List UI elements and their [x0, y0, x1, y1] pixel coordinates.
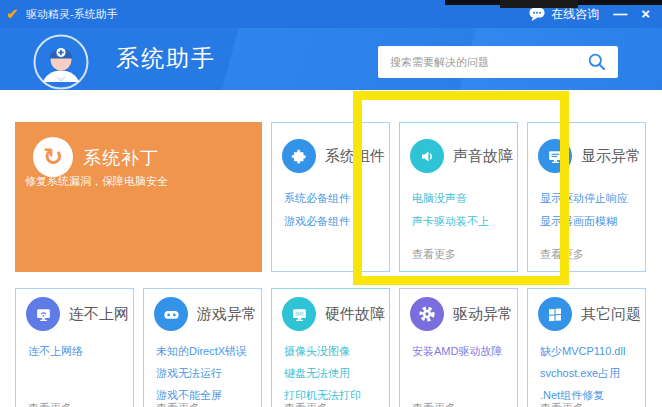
view-more-link[interactable]: 查看更多: [412, 247, 456, 262]
view-more-link[interactable]: 查看更多: [412, 401, 456, 407]
search-box[interactable]: [378, 46, 618, 78]
app-logo-icon: ✔: [6, 5, 19, 23]
card-title: 硬件故障: [325, 305, 385, 324]
gear-icon: [410, 297, 444, 331]
header: 系统助手: [0, 28, 662, 90]
card-display-abnormal[interactable]: 显示异常 显示驱动停止响应 显示器画面模糊 查看更多: [527, 122, 646, 272]
titlebar: ✔ 驱动精灵-系统助手 在线咨询 — ×: [0, 0, 662, 28]
search-icon[interactable]: [587, 52, 607, 72]
card-system-patch[interactable]: ↻ 系统补丁 修复系统漏洞，保障电脑安全: [15, 122, 262, 272]
issue-link[interactable]: svchost.exe占用: [540, 362, 645, 384]
card-other-problems[interactable]: 其它问题 缺少MVCP110.dll svchost.exe占用 .Net组件修…: [527, 288, 646, 407]
card-no-network[interactable]: 连不上网 连不上网络 查看更多: [15, 288, 134, 407]
card-system-components[interactable]: 系统组件 系统必备组件 游戏必备组件: [271, 122, 390, 272]
card-title: 系统补丁: [83, 146, 159, 170]
network-monitor-icon: [26, 297, 60, 331]
online-service-label: 在线咨询: [551, 6, 599, 23]
monitor-icon: [538, 139, 572, 173]
windows-icon: [538, 297, 572, 331]
issue-link[interactable]: 游戏必备组件: [284, 210, 389, 233]
issue-link[interactable]: 键盘无法使用: [284, 362, 389, 384]
view-more-link[interactable]: 查看更多: [284, 401, 328, 407]
card-title: 游戏异常: [197, 305, 257, 324]
gamepad-icon: [154, 297, 188, 331]
card-title: 连不上网: [69, 305, 129, 324]
card-title: 系统组件: [325, 147, 385, 166]
issue-link[interactable]: 安装AMD驱动故障: [412, 340, 517, 362]
card-subtitle: 修复系统漏洞，保障电脑安全: [25, 174, 168, 189]
issue-link[interactable]: 连不上网络: [28, 340, 133, 362]
view-more-link[interactable]: 查看更多: [540, 401, 584, 407]
window-title: 驱动精灵-系统助手: [26, 7, 118, 22]
issue-link[interactable]: 摄像头没图像: [284, 340, 389, 362]
view-more-link[interactable]: 查看更多: [156, 401, 200, 407]
card-title: 驱动异常: [453, 305, 513, 324]
app-window: ✔ 驱动精灵-系统助手 在线咨询 — ×: [0, 0, 662, 407]
card-title: 显示异常: [581, 147, 641, 166]
card-title: 其它问题: [581, 305, 641, 324]
hardware-monitor-icon: [282, 297, 316, 331]
doctor-avatar-icon: [33, 34, 89, 90]
screen-edge-artifact: [500, 0, 578, 8]
card-driver-abnormal[interactable]: 驱动异常 安装AMD驱动故障 查看更多: [399, 288, 518, 407]
issue-link[interactable]: 未知的DirectX错误: [156, 340, 261, 362]
issue-link[interactable]: 系统必备组件: [284, 187, 389, 210]
puzzle-icon: [282, 139, 316, 173]
issue-link[interactable]: 游戏无法运行: [156, 362, 261, 384]
issue-link[interactable]: 电脑没声音: [412, 187, 517, 210]
card-sound-fault[interactable]: 声音故障 电脑没声音 声卡驱动装不上 查看更多: [399, 122, 518, 272]
view-more-link[interactable]: 查看更多: [540, 247, 584, 262]
issue-link[interactable]: 显示驱动停止响应: [540, 187, 645, 210]
page-title: 系统助手: [116, 43, 216, 74]
card-title: 声音故障: [453, 147, 513, 166]
issue-link[interactable]: 声卡驱动装不上: [412, 210, 517, 233]
card-game-abnormal[interactable]: 游戏异常 未知的DirectX错误 游戏无法运行 游戏不能全屏 玩游戏时有噪音 …: [143, 288, 262, 407]
issue-link[interactable]: 显示器画面模糊: [540, 210, 645, 233]
search-input[interactable]: [378, 46, 586, 78]
chat-bubble-icon: [529, 7, 546, 22]
speaker-icon: [410, 139, 444, 173]
issue-link[interactable]: 缺少MVCP110.dll: [540, 340, 645, 362]
patch-icon: ↻: [33, 137, 73, 177]
view-more-link[interactable]: 查看更多: [28, 401, 72, 407]
online-service-button[interactable]: 在线咨询: [529, 6, 599, 23]
card-hardware-fault[interactable]: 硬件故障 摄像头没图像 键盘无法使用 打印机无法打印 查看更多: [271, 288, 390, 407]
